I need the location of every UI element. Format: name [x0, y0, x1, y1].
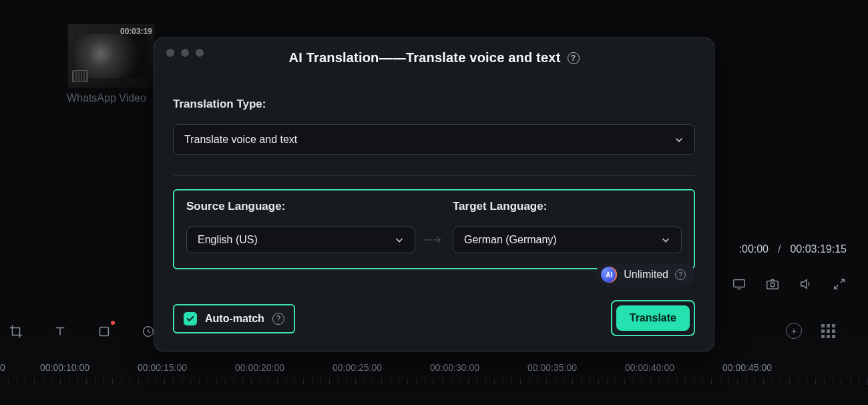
svg-rect-3 — [100, 327, 109, 336]
ruler-tick: 0 — [0, 362, 5, 373]
ruler-tick: 00:00:35:00 — [527, 362, 577, 373]
ruler-tick: 00:00:20:00 — [235, 362, 284, 373]
grid-icon — [821, 324, 835, 338]
ai-badge-icon: AI — [601, 267, 617, 283]
translate-button[interactable]: Translate — [616, 305, 690, 331]
media-thumbnail[interactable]: 00:03:19 — [68, 24, 155, 88]
fullscreen-icon[interactable] — [831, 275, 848, 293]
ruler-tick: 00:00:45:00 — [722, 362, 772, 373]
arrow-right-icon — [422, 227, 446, 253]
auto-match-checkbox[interactable] — [184, 312, 197, 325]
camera-icon[interactable] — [764, 275, 781, 293]
chevron-down-icon — [661, 235, 670, 245]
ruler-tick: 00:00:40:00 — [625, 362, 674, 373]
source-language-select[interactable]: English (US) — [186, 227, 415, 253]
timeline-tools — [7, 322, 158, 341]
filmstrip-icon — [72, 70, 88, 82]
ruler-minor-ticks — [0, 378, 868, 385]
help-icon[interactable]: ? — [675, 269, 686, 280]
dialog-title: AI Translation——Translate voice and text… — [173, 50, 695, 65]
playhead-current: :00:00 — [739, 243, 769, 255]
translation-type-label: Translation Type: — [173, 98, 695, 111]
source-language-column: Source Language: English (US) — [186, 200, 415, 253]
ruler-tick: 00:00:30:00 — [430, 362, 479, 373]
timeline-ruler[interactable]: 0 00:00:10:00 00:00:15:00 00:00:20:00 00… — [0, 360, 868, 376]
ruler-tick: 00:00:25:00 — [333, 362, 382, 373]
traffic-light-close[interactable] — [166, 49, 174, 57]
check-icon — [186, 314, 195, 323]
chevron-down-icon — [839, 327, 841, 334]
svg-point-2 — [771, 283, 775, 287]
translation-type-value: Translate voice and text — [184, 134, 297, 146]
track-layout-button[interactable] — [821, 321, 841, 341]
auto-match-label: Auto-match — [205, 313, 264, 325]
playhead-total: 00:03:19:15 — [790, 243, 847, 255]
app-root: 00:03:19 WhatsApp Video :00:00 / 00:03:1… — [0, 0, 868, 405]
volume-icon[interactable] — [797, 275, 815, 293]
media-duration: 00:03:19 — [120, 27, 152, 36]
auto-match-option[interactable]: Auto-match ? — [173, 304, 295, 333]
viewer-controls — [730, 275, 848, 293]
target-language-value: German (Germany) — [464, 234, 557, 246]
chevron-down-icon — [395, 235, 404, 245]
source-language-value: English (US) — [198, 234, 258, 246]
language-selection-group: Source Language: English (US) Target Lan… — [173, 189, 695, 269]
notification-dot-icon — [111, 321, 115, 325]
target-language-label: Target Language: — [453, 200, 682, 213]
help-icon[interactable]: ? — [272, 313, 284, 325]
window-controls — [166, 49, 204, 57]
target-language-column: Target Language: German (Germany) — [453, 200, 682, 253]
playhead-readout: :00:00 / 00:03:19:15 — [739, 243, 847, 255]
dialog-title-text: AI Translation——Translate voice and text — [288, 50, 560, 65]
chevron-down-icon — [674, 135, 684, 144]
help-icon[interactable]: ? — [568, 52, 580, 64]
traffic-light-minimize[interactable] — [181, 49, 189, 57]
source-language-label: Source Language: — [186, 200, 415, 213]
ruler-tick: 00:00:15:00 — [138, 362, 187, 373]
divider — [173, 175, 695, 176]
target-language-select[interactable]: German (Germany) — [453, 227, 682, 253]
ai-translation-dialog: AI Translation——Translate voice and text… — [154, 37, 714, 352]
cast-icon[interactable] — [730, 275, 748, 293]
plus-icon: + — [786, 323, 802, 339]
text-icon[interactable] — [51, 322, 69, 341]
crop-icon[interactable] — [7, 322, 25, 341]
credits-pill[interactable]: AI Unlimited ? — [596, 263, 695, 287]
translate-button-highlight: Translate — [611, 300, 695, 336]
traffic-light-zoom[interactable] — [196, 49, 204, 57]
credits-label: Unlimited — [624, 269, 668, 281]
translation-type-select[interactable]: Translate voice and text — [173, 124, 695, 155]
add-track-button[interactable]: + — [784, 321, 804, 341]
sticker-icon[interactable] — [95, 322, 114, 341]
media-file-name: WhatsApp Video — [67, 92, 146, 104]
playhead-separator: / — [778, 243, 781, 255]
svg-rect-0 — [734, 280, 745, 287]
timeline-right-tools: + — [784, 321, 841, 341]
ruler-tick: 00:00:10:00 — [40, 362, 89, 373]
